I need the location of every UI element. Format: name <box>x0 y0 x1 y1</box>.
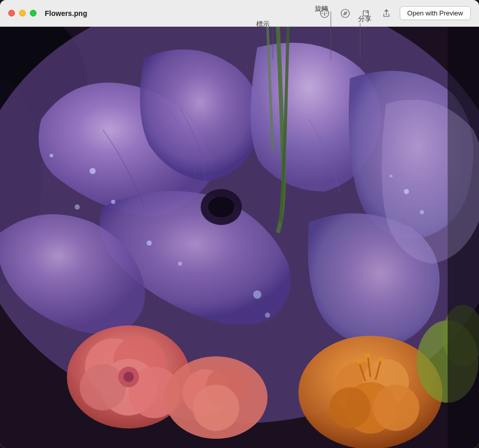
minimize-button[interactable] <box>19 10 26 16</box>
svg-point-49 <box>357 359 362 364</box>
close-button[interactable] <box>8 10 15 16</box>
open-with-preview-button[interactable]: Open with Preview <box>400 6 471 20</box>
svg-point-43 <box>373 385 419 431</box>
flower-image <box>0 27 479 448</box>
quick-look-window: 標示 旋轉 分享 Flowers.png <box>0 0 479 448</box>
svg-point-7 <box>345 13 346 14</box>
share-icon[interactable] <box>379 6 394 21</box>
svg-point-20 <box>50 154 54 158</box>
svg-point-17 <box>75 204 80 210</box>
toolbar-actions: Open with Preview <box>317 6 471 21</box>
window-controls <box>8 10 37 16</box>
svg-point-47 <box>365 353 370 358</box>
svg-point-16 <box>111 200 115 204</box>
svg-point-18 <box>147 240 152 246</box>
maximize-button[interactable] <box>30 10 37 16</box>
svg-point-19 <box>178 262 182 266</box>
info-icon[interactable] <box>317 6 332 21</box>
svg-point-42 <box>329 387 370 428</box>
flower-svg <box>0 27 479 448</box>
svg-point-30 <box>80 364 126 410</box>
svg-point-5 <box>324 11 325 12</box>
rotate-icon[interactable] <box>359 6 373 21</box>
svg-point-48 <box>378 356 383 361</box>
titlebar: Flowers.png <box>0 0 479 27</box>
svg-point-14 <box>208 197 234 217</box>
svg-point-15 <box>90 168 96 174</box>
markup-icon[interactable] <box>338 6 352 21</box>
svg-point-33 <box>123 372 134 382</box>
svg-point-37 <box>193 385 239 431</box>
image-area <box>0 27 479 448</box>
svg-point-24 <box>253 290 261 299</box>
svg-point-25 <box>265 313 270 318</box>
file-name: Flowers.png <box>45 9 311 18</box>
